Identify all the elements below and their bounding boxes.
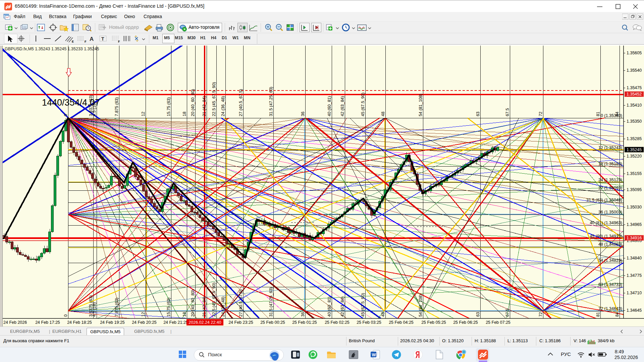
svg-text:31.5 (47.25_63): 31.5 (47.25_63)	[269, 287, 273, 317]
svg-text:1.34916: 1.34916	[627, 236, 642, 240]
svg-text:0 (1.35363): 0 (1.35363)	[601, 113, 622, 118]
svg-text:24 Feb 20:25: 24 Feb 20:25	[132, 320, 157, 325]
svg-text:25 Feb 00:25: 25 Feb 00:25	[260, 320, 285, 325]
svg-text:27 (1.35093): 27 (1.35093)	[598, 186, 622, 190]
svg-text:36: 36	[301, 312, 305, 317]
svg-text:1.35245: 1.35245	[627, 147, 642, 152]
svg-text:1.35095: 1.35095	[627, 187, 642, 192]
svg-text:15.75 (63): 15.75 (63)	[166, 298, 171, 317]
svg-text:4.5 (18): 4.5 (18)	[92, 102, 97, 116]
svg-text:1.35030: 1.35030	[627, 205, 642, 209]
svg-text:36 (1.35003): 36 (1.35003)	[598, 210, 622, 215]
svg-text:25 Feb 04:25: 25 Feb 04:25	[389, 320, 414, 325]
svg-text:1.34710: 1.34710	[627, 291, 642, 295]
svg-text:24 Feb 17:25: 24 Feb 17:25	[35, 320, 60, 325]
svg-text:48: 48	[381, 312, 385, 317]
svg-text:1.35155: 1.35155	[627, 171, 642, 176]
svg-text:72: 72	[538, 312, 543, 317]
svg-text:18: 18	[182, 112, 187, 116]
svg-text:24 Feb 23:25: 24 Feb 23:25	[228, 320, 253, 325]
svg-text:21 (42_84): 21 (42_84)	[202, 96, 207, 116]
svg-text:25 Feb 07:25: 25 Feb 07:25	[486, 320, 511, 325]
svg-text:24 Feb 2026: 24 Feb 2026	[3, 320, 27, 325]
svg-text:1.34965: 1.34965	[627, 222, 642, 227]
svg-text:15.75 (63): 15.75 (63)	[166, 97, 171, 116]
svg-text:54 (1.34823): 54 (1.34823)	[598, 258, 622, 263]
svg-text:1.35475: 1.35475	[627, 85, 642, 90]
svg-text:22.5 (45_67.5_90): 22.5 (45_67.5_90)	[212, 82, 216, 116]
svg-text:63 (1.34733): 63 (1.34733)	[598, 282, 622, 287]
svg-text:31.5 (63) (1.35048): 31.5 (63) (1.35048)	[586, 198, 622, 202]
svg-text:63: 63	[476, 112, 480, 116]
svg-text:1.35350: 1.35350	[627, 119, 642, 124]
svg-text:18: 18	[182, 312, 187, 317]
svg-text:20 (40_60_80): 20 (40_60_80)	[191, 290, 195, 317]
svg-text:1.35452: 1.35452	[627, 92, 642, 97]
svg-text:31.5 (47.25_63): 31.5 (47.25_63)	[269, 87, 273, 116]
svg-text:7.875 (63): 7.875 (63)	[114, 97, 119, 116]
svg-text:18 (1.35183): 18 (1.35183)	[598, 162, 622, 166]
svg-text:40 (60_81): 40 (60_81)	[327, 96, 332, 116]
svg-text:24 Feb 21:25: 24 Feb 21:25	[163, 320, 188, 325]
svg-text:1.35605: 1.35605	[627, 51, 642, 55]
svg-text:7.875 (63): 7.875 (63)	[114, 298, 119, 317]
svg-text:81: 81	[596, 112, 600, 116]
svg-text:84: 84	[615, 312, 620, 317]
svg-text:54 (81_108): 54 (81_108)	[418, 94, 423, 116]
svg-text:63: 63	[476, 312, 480, 317]
svg-text:0: 0	[63, 114, 68, 116]
svg-text:45 (67.5_90): 45 (67.5_90)	[361, 93, 365, 116]
svg-text:42 (63_84): 42 (63_84)	[340, 96, 345, 116]
svg-text:1.35410: 1.35410	[627, 103, 642, 108]
svg-text:24 (36_48): 24 (36_48)	[221, 96, 225, 116]
svg-text:48 (1.34883): 48 (1.34883)	[598, 242, 622, 247]
svg-text:1.35285: 1.35285	[627, 136, 642, 141]
svg-text:T: T	[101, 36, 104, 42]
svg-text:W: W	[372, 352, 376, 357]
svg-text:67.5: 67.5	[505, 108, 510, 116]
svg-text:40 (60_81): 40 (60_81)	[327, 297, 332, 317]
svg-text:48: 48	[381, 112, 385, 116]
svg-text:21 (42_84): 21 (42_84)	[202, 297, 207, 317]
svg-text:25 Feb 03:25: 25 Feb 03:25	[357, 320, 381, 325]
svg-text:4.5 (18): 4.5 (18)	[92, 302, 97, 317]
svg-text:F: F	[85, 40, 87, 43]
svg-text:42 (63_84): 42 (63_84)	[340, 297, 345, 317]
svg-text:24 Feb 19:25: 24 Feb 19:25	[100, 320, 125, 325]
svg-text:45 (90) (1.34913): 45 (90) (1.34913)	[590, 234, 622, 239]
svg-text:72: 72	[538, 112, 543, 116]
svg-text:1.35220: 1.35220	[627, 154, 642, 159]
svg-text:25 Feb 05:25: 25 Feb 05:25	[421, 320, 446, 325]
svg-text:1.35540: 1.35540	[627, 68, 642, 73]
svg-text:1.34775: 1.34775	[627, 273, 642, 278]
svg-text:12 (1.35243): 12 (1.35243)	[598, 145, 622, 150]
svg-text:25 Feb 01:25: 25 Feb 01:25	[292, 320, 317, 325]
svg-text:F: F	[118, 40, 120, 43]
svg-text:36: 36	[301, 112, 305, 116]
svg-text:25 Feb 06:25: 25 Feb 06:25	[453, 320, 478, 325]
svg-text:25 Feb 02:25: 25 Feb 02:25	[325, 320, 350, 325]
svg-text:GBPUSD.fx,M5 1.35243 1.35245: GBPUSD.fx,M5 1.35243 1.35245 1.35233 1.3…	[5, 47, 99, 51]
svg-text:1.34840: 1.34840	[627, 256, 642, 260]
svg-text:27 (40.5_67.5): 27 (40.5_67.5)	[238, 290, 243, 317]
svg-text:40 (81) (1.34963): 40 (81) (1.34963)	[590, 221, 622, 225]
svg-text:1.34645: 1.34645	[627, 308, 642, 313]
svg-text:0: 0	[63, 314, 68, 317]
svg-text:45 (67.5_90): 45 (67.5_90)	[361, 293, 365, 317]
svg-text:81: 81	[596, 312, 600, 317]
svg-text:24 (36_48): 24 (36_48)	[221, 297, 225, 317]
svg-text:54 (81_108): 54 (81_108)	[418, 294, 423, 317]
svg-text:67.5: 67.5	[505, 309, 510, 317]
svg-text:E: E	[72, 40, 74, 43]
svg-text:20 (40_60_80): 20 (40_60_80)	[191, 89, 195, 116]
svg-text:72 (1.34643): 72 (1.34643)	[598, 306, 622, 311]
svg-text:24 Feb 18:25: 24 Feb 18:25	[67, 320, 92, 325]
svg-text:12: 12	[141, 112, 146, 116]
svg-text:12: 12	[141, 312, 146, 317]
svg-text:27 (40.5_67.5): 27 (40.5_67.5)	[238, 89, 243, 116]
svg-text:2026.02.24 22:40: 2026.02.24 22:40	[189, 320, 221, 325]
svg-text:A: A	[90, 36, 94, 42]
svg-text:24 (1.35123): 24 (1.35123)	[598, 178, 622, 182]
svg-text:22.5 (45_67.5_90): 22.5 (45_67.5_90)	[212, 283, 216, 317]
